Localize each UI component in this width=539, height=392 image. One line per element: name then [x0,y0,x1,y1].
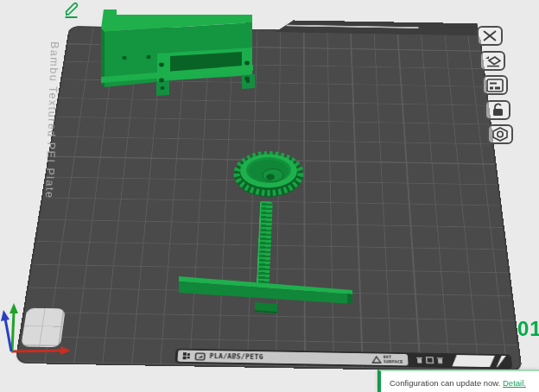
trash-mark-icon [416,357,423,364]
notification-message: Configuration can update now. [390,378,500,388]
plate-number-label: 01 [517,317,539,341]
delete-plate-button[interactable] [477,26,503,46]
hot-surface-text: HOT SURFACE [384,356,403,364]
wipe-zone-marking [451,355,507,367]
trash-mark-icon [437,357,444,364]
bambu-logo-icon [194,352,205,360]
delete-plate-icon [482,30,498,41]
plate-toolbar [477,26,513,144]
plate-marking-strip: PLA/ABS/PETG HOT SURFACE [177,350,408,365]
arrange-plate-icon [484,54,501,67]
warning-triangle-icon [371,356,381,364]
lock-open-icon [491,103,505,117]
plate-materials-label: PLA/ABS/PETG [209,353,263,361]
plate-settings-icon [491,127,509,142]
plate-front-marking-bar: PLA/ABS/PETG HOT SURFACE [174,349,512,370]
hot-surface-warning: HOT SURFACE [371,355,403,364]
plate-items-button[interactable] [482,75,508,95]
plate-handle-slot [287,25,419,28]
plate-settings-button[interactable] [487,124,513,144]
qr-mark-icon [183,352,191,359]
plate-corner-marker [21,308,66,348]
build-plate[interactable]: PLA/ABS/PETG HOT SURFACE [15,26,523,372]
lock-plate-button[interactable] [485,100,510,120]
viewport-3d[interactable]: PLA/ABS/PETG HOT SURFACE [0,0,539,392]
arrange-plate-button[interactable] [479,51,505,71]
pencil-icon[interactable] [62,2,83,19]
z-axis-arrow [1,310,11,351]
plate-items-icon [486,79,504,92]
notification-detail-link[interactable]: Detail. [503,378,526,388]
plate-care-icons [416,357,443,364]
plate-handle-tab [276,20,479,35]
update-notification: Configuration can update now. Detail. [377,370,539,392]
square-mark-icon [426,357,434,364]
